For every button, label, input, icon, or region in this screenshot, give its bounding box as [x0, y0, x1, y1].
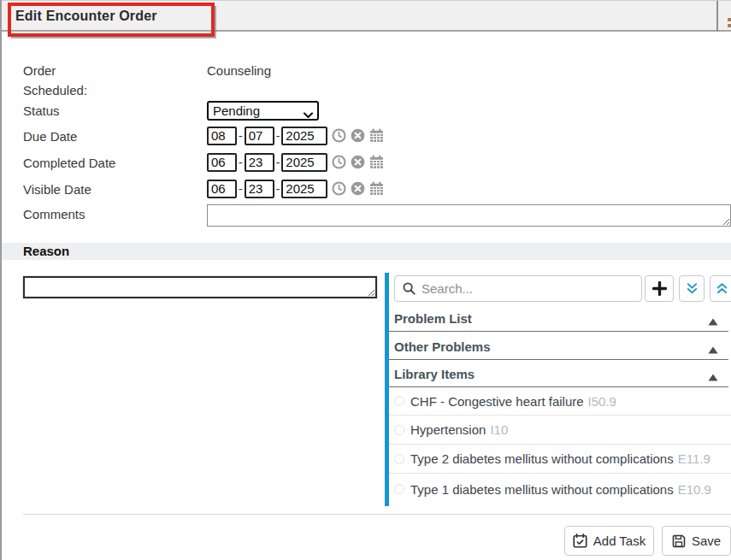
date-separator: - — [239, 156, 243, 169]
completed-date-day-input[interactable] — [245, 153, 274, 172]
expand-all-button[interactable] — [679, 275, 704, 302]
due-date-month-input[interactable] — [207, 127, 237, 145]
date-separator: - — [239, 129, 243, 143]
visible-date-year-input[interactable] — [281, 180, 327, 198]
calendar-icon[interactable] — [369, 128, 384, 143]
problem-name: CHF - Congestive heart failure — [410, 394, 584, 409]
section-label: Problem List — [394, 311, 472, 326]
section-library-items[interactable]: Library Items — [389, 360, 728, 387]
double-chevron-down-icon — [686, 282, 699, 295]
due-date-label: Due Date — [23, 129, 77, 144]
radio-button[interactable] — [394, 425, 404, 435]
clock-icon[interactable] — [332, 181, 346, 196]
collapse-arrow-icon — [708, 342, 718, 357]
reason-section-header: Reason — [2, 243, 731, 260]
problem-name: Type 2 diabetes mellitus without complic… — [410, 451, 674, 466]
section-problem-list[interactable]: Problem List — [389, 304, 728, 332]
problem-name: Hypertension — [410, 422, 486, 437]
reason-input[interactable] — [23, 276, 377, 298]
annotation-highlight — [8, 3, 215, 37]
search-icon — [403, 282, 416, 295]
search-input[interactable] — [422, 281, 641, 296]
due-date-year-input[interactable] — [281, 127, 327, 145]
order-value: Counseling — [207, 63, 271, 78]
list-item-chf[interactable]: CHF - Congestive heart failure I50.9 — [389, 387, 731, 416]
clipped-menu-icon — [728, 18, 731, 29]
search-box — [394, 275, 642, 302]
status-select[interactable]: Pending — [207, 101, 319, 121]
date-separator: - — [276, 129, 280, 143]
completed-date-label: Completed Date — [23, 156, 115, 170]
problem-code: E11.9 — [678, 451, 710, 466]
list-item-hypertension[interactable]: Hypertension I10 — [389, 416, 731, 445]
visible-date-label: Visible Date — [23, 182, 91, 197]
visible-date-day-input[interactable] — [245, 180, 274, 198]
due-date-row: - - — [207, 126, 384, 145]
collapse-arrow-icon — [708, 314, 718, 329]
add-problem-button[interactable] — [645, 275, 674, 302]
plus-icon — [652, 281, 667, 296]
calendar-icon[interactable] — [369, 181, 384, 196]
completed-date-row: - - — [207, 152, 384, 172]
list-item-type2-diabetes[interactable]: Type 2 diabetes mellitus without complic… — [389, 445, 731, 474]
calendar-icon[interactable] — [369, 155, 384, 169]
clock-icon[interactable] — [332, 155, 346, 169]
titlebar-divider — [716, 1, 718, 32]
status-select-wrap: Pending — [207, 101, 319, 121]
visible-date-row: - - — [207, 179, 384, 198]
radio-button[interactable] — [394, 484, 404, 494]
collapse-all-button[interactable] — [710, 275, 731, 302]
clear-icon[interactable] — [351, 128, 365, 143]
scheduled-label: Scheduled: — [23, 83, 87, 97]
clear-icon[interactable] — [351, 181, 365, 196]
save-label: Save — [692, 533, 721, 548]
double-chevron-up-icon — [716, 282, 728, 295]
completed-date-month-input[interactable] — [207, 153, 237, 172]
problem-code: E10.9 — [678, 482, 711, 497]
date-separator: - — [276, 156, 280, 169]
clear-icon[interactable] — [351, 155, 365, 169]
comments-input[interactable] — [207, 204, 731, 227]
save-button[interactable]: Save — [662, 526, 731, 556]
add-task-label: Add Task — [593, 533, 646, 548]
collapse-arrow-icon — [708, 369, 718, 385]
footer-divider — [23, 514, 731, 515]
calendar-check-icon — [573, 533, 587, 548]
order-label: Order — [23, 63, 56, 78]
problem-name: Type 1 diabetes mellitus without complic… — [410, 482, 674, 497]
status-label: Status — [23, 103, 60, 118]
section-label: Library Items — [394, 367, 475, 381]
section-label: Other Problems — [394, 339, 491, 354]
save-icon — [672, 534, 686, 548]
due-date-day-input[interactable] — [245, 127, 274, 145]
problem-code: I10 — [490, 422, 508, 437]
date-separator: - — [239, 182, 243, 196]
section-other-problems[interactable]: Other Problems — [389, 333, 728, 360]
problem-code: I50.9 — [588, 394, 616, 409]
date-separator: - — [276, 182, 280, 196]
edit-encounter-order-dialog: Edit Encounter Order Order Counseling Sc… — [0, 0, 731, 560]
visible-date-month-input[interactable] — [207, 180, 237, 198]
clock-icon[interactable] — [332, 128, 346, 143]
list-item-type1-diabetes[interactable]: Type 1 diabetes mellitus without complic… — [389, 474, 731, 504]
completed-date-year-input[interactable] — [281, 153, 327, 172]
reason-section-title: Reason — [23, 244, 69, 258]
add-task-button[interactable]: Add Task — [564, 526, 654, 556]
radio-button[interactable] — [394, 454, 404, 464]
comments-label: Comments — [23, 207, 85, 221]
radio-button[interactable] — [394, 396, 404, 406]
